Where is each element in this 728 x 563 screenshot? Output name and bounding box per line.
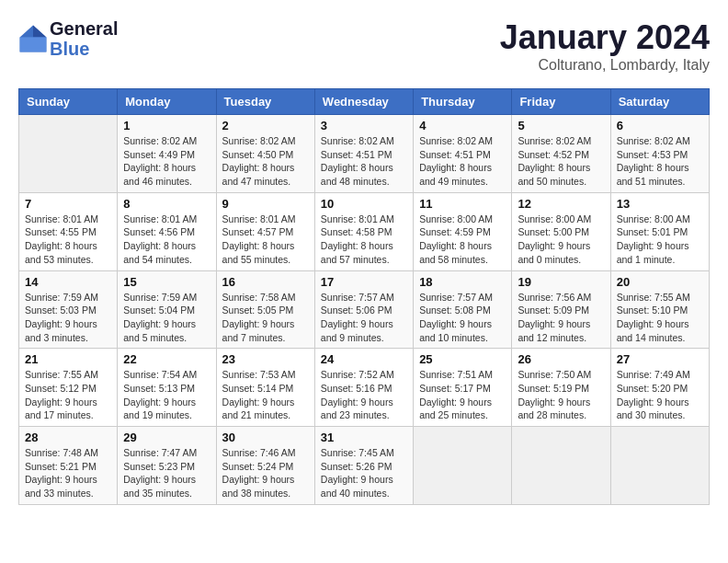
page-header: General Blue January 2024 Colturano, Lom… xyxy=(18,18,710,74)
day-info: Sunrise: 8:02 AM Sunset: 4:52 PM Dayligh… xyxy=(518,134,604,189)
calendar-week-row: 21Sunrise: 7:55 AM Sunset: 5:12 PM Dayli… xyxy=(19,349,710,427)
day-info: Sunrise: 7:59 AM Sunset: 5:04 PM Dayligh… xyxy=(123,291,210,345)
calendar-cell: 12Sunrise: 8:00 AM Sunset: 5:00 PM Dayli… xyxy=(512,192,610,270)
day-number: 29 xyxy=(123,431,210,444)
day-info: Sunrise: 7:55 AM Sunset: 5:10 PM Dayligh… xyxy=(617,291,703,345)
calendar-week-row: 7Sunrise: 8:01 AM Sunset: 4:55 PM Daylig… xyxy=(19,192,710,270)
day-number: 19 xyxy=(518,275,604,289)
calendar-cell: 13Sunrise: 8:00 AM Sunset: 5:01 PM Dayli… xyxy=(610,192,709,270)
weekday-header: Sunday xyxy=(19,89,118,115)
calendar-cell: 2Sunrise: 8:02 AM Sunset: 4:50 PM Daylig… xyxy=(216,115,314,193)
calendar-table: SundayMondayTuesdayWednesdayThursdayFrid… xyxy=(18,88,710,505)
day-number: 9 xyxy=(222,197,309,211)
day-number: 3 xyxy=(321,119,407,132)
weekday-header: Saturday xyxy=(610,89,709,115)
calendar-cell: 11Sunrise: 8:00 AM Sunset: 4:59 PM Dayli… xyxy=(414,192,512,270)
calendar-cell: 22Sunrise: 7:54 AM Sunset: 5:13 PM Dayli… xyxy=(118,349,216,427)
day-number: 17 xyxy=(321,275,407,289)
day-info: Sunrise: 8:01 AM Sunset: 4:55 PM Dayligh… xyxy=(25,213,111,267)
day-info: Sunrise: 7:49 AM Sunset: 5:20 PM Dayligh… xyxy=(617,368,703,422)
calendar-cell: 26Sunrise: 7:50 AM Sunset: 5:19 PM Dayli… xyxy=(512,349,610,427)
day-number: 13 xyxy=(617,197,703,211)
calendar-cell: 20Sunrise: 7:55 AM Sunset: 5:10 PM Dayli… xyxy=(610,270,709,349)
day-info: Sunrise: 7:57 AM Sunset: 5:06 PM Dayligh… xyxy=(321,291,407,345)
day-info: Sunrise: 7:59 AM Sunset: 5:03 PM Dayligh… xyxy=(25,291,111,345)
day-number: 25 xyxy=(419,352,506,366)
day-info: Sunrise: 7:45 AM Sunset: 5:26 PM Dayligh… xyxy=(321,446,407,500)
day-info: Sunrise: 7:46 AM Sunset: 5:24 PM Dayligh… xyxy=(222,446,309,500)
logo-line1: General xyxy=(50,18,118,39)
logo-icon xyxy=(18,24,48,53)
logo-line2: Blue xyxy=(50,39,118,59)
calendar-cell: 28Sunrise: 7:48 AM Sunset: 5:21 PM Dayli… xyxy=(19,427,118,505)
calendar-cell: 8Sunrise: 8:01 AM Sunset: 4:56 PM Daylig… xyxy=(118,192,216,270)
calendar-cell: 16Sunrise: 7:58 AM Sunset: 5:05 PM Dayli… xyxy=(216,270,314,349)
day-number: 28 xyxy=(25,431,111,444)
day-info: Sunrise: 7:58 AM Sunset: 5:05 PM Dayligh… xyxy=(222,291,309,345)
day-info: Sunrise: 7:47 AM Sunset: 5:23 PM Dayligh… xyxy=(123,446,210,500)
calendar-cell: 6Sunrise: 8:02 AM Sunset: 4:53 PM Daylig… xyxy=(610,115,709,193)
day-number: 31 xyxy=(321,431,407,444)
calendar-cell: 29Sunrise: 7:47 AM Sunset: 5:23 PM Dayli… xyxy=(118,427,216,505)
calendar-cell: 31Sunrise: 7:45 AM Sunset: 5:26 PM Dayli… xyxy=(314,427,413,505)
calendar-cell xyxy=(512,427,610,505)
day-info: Sunrise: 7:52 AM Sunset: 5:16 PM Dayligh… xyxy=(321,368,407,422)
calendar-subtitle: Colturano, Lombardy, Italy xyxy=(500,57,710,74)
day-info: Sunrise: 8:00 AM Sunset: 5:00 PM Dayligh… xyxy=(518,213,604,267)
day-number: 27 xyxy=(617,352,703,366)
weekday-header: Thursday xyxy=(414,89,512,115)
svg-marker-1 xyxy=(33,26,46,38)
day-info: Sunrise: 8:00 AM Sunset: 5:01 PM Dayligh… xyxy=(617,213,703,267)
calendar-cell: 5Sunrise: 8:02 AM Sunset: 4:52 PM Daylig… xyxy=(512,115,610,193)
day-info: Sunrise: 8:02 AM Sunset: 4:50 PM Dayligh… xyxy=(222,134,309,189)
calendar-week-row: 28Sunrise: 7:48 AM Sunset: 5:21 PM Dayli… xyxy=(19,427,710,505)
calendar-cell: 10Sunrise: 8:01 AM Sunset: 4:58 PM Dayli… xyxy=(314,192,413,270)
weekday-header: Wednesday xyxy=(314,89,413,115)
day-number: 5 xyxy=(518,119,604,132)
day-info: Sunrise: 7:50 AM Sunset: 5:19 PM Dayligh… xyxy=(518,368,604,422)
day-number: 16 xyxy=(222,275,309,289)
calendar-cell: 25Sunrise: 7:51 AM Sunset: 5:17 PM Dayli… xyxy=(414,349,512,427)
day-info: Sunrise: 8:01 AM Sunset: 4:58 PM Dayligh… xyxy=(321,213,407,267)
calendar-cell xyxy=(19,115,118,193)
day-number: 20 xyxy=(617,275,703,289)
day-info: Sunrise: 7:48 AM Sunset: 5:21 PM Dayligh… xyxy=(25,446,111,500)
calendar-cell: 18Sunrise: 7:57 AM Sunset: 5:08 PM Dayli… xyxy=(414,270,512,349)
title-area: January 2024 Colturano, Lombardy, Italy xyxy=(500,18,710,74)
calendar-cell: 9Sunrise: 8:01 AM Sunset: 4:57 PM Daylig… xyxy=(216,192,314,270)
day-number: 23 xyxy=(222,352,309,366)
day-number: 26 xyxy=(518,352,604,366)
calendar-cell: 7Sunrise: 8:01 AM Sunset: 4:55 PM Daylig… xyxy=(19,192,118,270)
day-number: 2 xyxy=(222,119,309,132)
day-number: 8 xyxy=(123,197,210,211)
day-number: 12 xyxy=(518,197,604,211)
calendar-cell: 14Sunrise: 7:59 AM Sunset: 5:03 PM Dayli… xyxy=(19,270,118,349)
day-number: 11 xyxy=(419,197,506,211)
calendar-cell: 27Sunrise: 7:49 AM Sunset: 5:20 PM Dayli… xyxy=(610,349,709,427)
day-info: Sunrise: 8:02 AM Sunset: 4:51 PM Dayligh… xyxy=(419,134,506,189)
day-number: 15 xyxy=(123,275,210,289)
day-info: Sunrise: 7:56 AM Sunset: 5:09 PM Dayligh… xyxy=(518,291,604,345)
calendar-title: January 2024 xyxy=(500,18,710,57)
day-info: Sunrise: 7:53 AM Sunset: 5:14 PM Dayligh… xyxy=(222,368,309,422)
weekday-header: Tuesday xyxy=(216,89,314,115)
weekday-row: SundayMondayTuesdayWednesdayThursdayFrid… xyxy=(19,89,710,115)
calendar-header: SundayMondayTuesdayWednesdayThursdayFrid… xyxy=(19,89,710,115)
day-info: Sunrise: 8:01 AM Sunset: 4:56 PM Dayligh… xyxy=(123,213,210,267)
weekday-header: Friday xyxy=(512,89,610,115)
weekday-header: Monday xyxy=(118,89,216,115)
day-info: Sunrise: 7:57 AM Sunset: 5:08 PM Dayligh… xyxy=(419,291,506,345)
calendar-cell: 24Sunrise: 7:52 AM Sunset: 5:16 PM Dayli… xyxy=(314,349,413,427)
svg-marker-2 xyxy=(20,37,47,52)
calendar-week-row: 1Sunrise: 8:02 AM Sunset: 4:49 PM Daylig… xyxy=(19,115,710,193)
day-number: 6 xyxy=(617,119,703,132)
day-info: Sunrise: 8:02 AM Sunset: 4:49 PM Dayligh… xyxy=(123,134,210,189)
calendar-cell: 15Sunrise: 7:59 AM Sunset: 5:04 PM Dayli… xyxy=(118,270,216,349)
calendar-cell: 3Sunrise: 8:02 AM Sunset: 4:51 PM Daylig… xyxy=(314,115,413,193)
day-info: Sunrise: 7:55 AM Sunset: 5:12 PM Dayligh… xyxy=(25,368,111,422)
day-info: Sunrise: 7:54 AM Sunset: 5:13 PM Dayligh… xyxy=(123,368,210,422)
day-number: 1 xyxy=(123,119,210,132)
day-info: Sunrise: 7:51 AM Sunset: 5:17 PM Dayligh… xyxy=(419,368,506,422)
calendar-cell xyxy=(414,427,512,505)
day-number: 7 xyxy=(25,197,111,211)
